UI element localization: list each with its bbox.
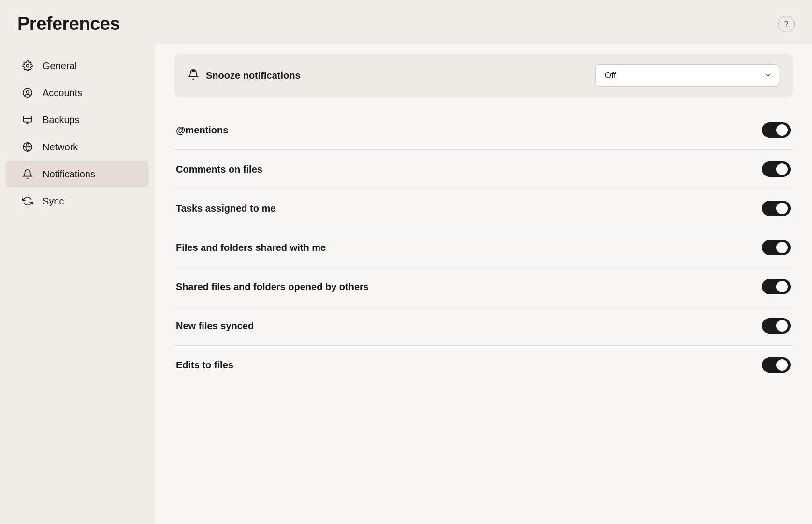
toggle-slider-mentions xyxy=(762,122,791,138)
toggle-slider-comments xyxy=(762,161,791,177)
svg-point-0 xyxy=(26,64,29,67)
gear-icon xyxy=(21,59,34,72)
notification-row-edits: Edits to files xyxy=(174,346,793,384)
notification-row-comments: Comments on files xyxy=(174,150,793,189)
svg-point-1 xyxy=(23,88,32,97)
notification-label-new-files: New files synced xyxy=(176,320,254,332)
toggle-shared-opened[interactable] xyxy=(762,279,791,294)
toggle-slider-files-shared xyxy=(762,240,791,255)
toggle-new-files[interactable] xyxy=(762,318,791,334)
sidebar-item-general[interactable]: General xyxy=(6,53,149,79)
sidebar-label-network: Network xyxy=(43,142,78,153)
sidebar-label-notifications: Notifications xyxy=(43,169,95,180)
sidebar-label-accounts: Accounts xyxy=(43,87,82,99)
sidebar: General Accounts xyxy=(0,44,155,524)
notification-label-shared-opened: Shared files and folders opened by other… xyxy=(176,281,369,292)
sidebar-item-notifications[interactable]: Notifications xyxy=(6,161,149,187)
toggle-slider-edits xyxy=(762,357,791,373)
toggle-mentions[interactable] xyxy=(762,122,791,138)
content-area: Snooze notifications Off 1 hour 2 hours … xyxy=(155,44,812,524)
snooze-label: Snooze notifications xyxy=(188,69,301,83)
sidebar-item-accounts[interactable]: Accounts xyxy=(6,80,149,106)
svg-rect-3 xyxy=(24,116,32,122)
notification-row-mentions: @mentions xyxy=(174,111,793,150)
notification-label-mentions: @mentions xyxy=(176,125,228,136)
snooze-bell-icon xyxy=(188,69,199,83)
toggle-slider-shared-opened xyxy=(762,279,791,294)
notification-list: @mentions Comments on files Tasks assign… xyxy=(174,111,793,384)
svg-point-2 xyxy=(26,90,29,93)
notification-row-files-shared: Files and folders shared with me xyxy=(174,228,793,267)
notification-label-comments: Comments on files xyxy=(176,164,262,175)
globe-icon xyxy=(21,141,34,153)
toggle-edits[interactable] xyxy=(762,357,791,373)
snooze-text: Snooze notifications xyxy=(206,70,301,81)
notification-label-tasks: Tasks assigned to me xyxy=(176,203,276,214)
sidebar-label-sync: Sync xyxy=(43,196,64,207)
sidebar-item-sync[interactable]: Sync xyxy=(6,188,149,214)
toggle-slider-new-files xyxy=(762,318,791,334)
notification-label-files-shared: Files and folders shared with me xyxy=(176,242,326,253)
bell-icon xyxy=(21,168,34,180)
person-circle-icon xyxy=(21,87,34,99)
notification-row-tasks: Tasks assigned to me xyxy=(174,189,793,228)
notification-row-new-files: New files synced xyxy=(174,306,793,346)
sidebar-item-network[interactable]: Network xyxy=(6,134,149,160)
toggle-tasks[interactable] xyxy=(762,201,791,216)
sync-icon xyxy=(21,195,34,207)
toggle-comments[interactable] xyxy=(762,161,791,177)
backup-icon xyxy=(21,114,34,126)
snooze-select[interactable]: Off 1 hour 2 hours 4 hours 8 hours Until… xyxy=(595,64,779,87)
notification-label-edits: Edits to files xyxy=(176,360,233,371)
snooze-card: Snooze notifications Off 1 hour 2 hours … xyxy=(174,54,793,97)
toggle-slider-tasks xyxy=(762,201,791,216)
sidebar-item-backups[interactable]: Backups xyxy=(6,107,149,133)
sidebar-label-backups: Backups xyxy=(43,115,80,126)
page-title: Preferences xyxy=(17,14,120,34)
toggle-files-shared[interactable] xyxy=(762,240,791,255)
help-button[interactable]: ? xyxy=(778,16,795,32)
notification-row-shared-opened: Shared files and folders opened by other… xyxy=(174,267,793,306)
question-mark-icon: ? xyxy=(784,20,789,29)
sidebar-label-general: General xyxy=(43,60,77,72)
